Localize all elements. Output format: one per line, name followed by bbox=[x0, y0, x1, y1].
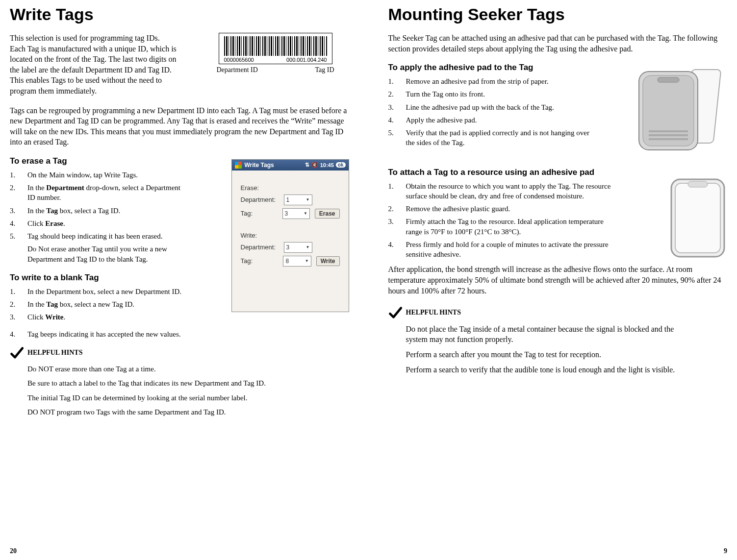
tag-field-label: Tag: bbox=[241, 257, 279, 265]
chevron-down-icon: ▼ bbox=[304, 211, 307, 216]
svg-rect-9 bbox=[688, 181, 708, 187]
check-icon bbox=[10, 346, 24, 360]
hints-title: HELPFUL HINTS bbox=[27, 349, 82, 357]
page-number: 20 bbox=[10, 547, 17, 555]
app-screenshot: Write Tags ⇅ 🔇 10:45 ok Erase: Departmen… bbox=[231, 159, 349, 312]
write-section-label: Write: bbox=[241, 232, 340, 239]
app-titlebar: Write Tags ⇅ 🔇 10:45 ok bbox=[232, 160, 349, 170]
apply-steps-list: Remove an adhesive pad from the strip of… bbox=[388, 76, 594, 148]
app-title: Write Tags bbox=[245, 162, 274, 169]
clock-label: 10:45 bbox=[320, 162, 334, 168]
page-title-write-tags: Write Tags bbox=[10, 5, 349, 24]
svg-rect-5 bbox=[649, 134, 688, 136]
svg-rect-4 bbox=[649, 130, 688, 132]
ok-button[interactable]: ok bbox=[336, 162, 346, 168]
list-item: Obtain the resource to which you want to… bbox=[388, 181, 614, 201]
hints-title: HELPFUL HINTS bbox=[406, 309, 461, 317]
list-item: Tag should beep indicating it has been e… bbox=[10, 231, 186, 264]
write-button[interactable]: Write bbox=[316, 256, 340, 266]
list-item: In the Department box, select a new Depa… bbox=[10, 287, 186, 296]
heading-write-tag: To write to a blank Tag bbox=[10, 273, 186, 283]
list-item: Turn the Tag onto its front. bbox=[388, 89, 594, 99]
svg-rect-3 bbox=[658, 77, 679, 82]
page-title-mounting: Mounting Seeker Tags bbox=[388, 5, 728, 24]
erase-department-select[interactable]: 1▼ bbox=[284, 195, 312, 205]
write-department-select[interactable]: 3▼ bbox=[284, 242, 312, 253]
barcode-label-tag: Tag ID bbox=[315, 66, 334, 74]
dept-field-label: Department: bbox=[241, 243, 279, 251]
list-item: Press firmly and hold for a couple of mi… bbox=[388, 240, 614, 260]
attach-note: After application, the bond strength wil… bbox=[388, 264, 728, 296]
dept-field-label: Department: bbox=[241, 196, 279, 203]
erase-tag-select[interactable]: 3▼ bbox=[282, 208, 310, 219]
barcode-number-right: 000.001.004.240 bbox=[286, 57, 327, 63]
hint-line: Do not place the Tag inside of a metal c… bbox=[406, 324, 681, 345]
list-item: In the Department drop-down, select a De… bbox=[10, 183, 186, 203]
list-item: Apply the adhesive pad. bbox=[388, 115, 594, 125]
barcode-figure: 0000065600 000.001.004.240 Department ID… bbox=[217, 33, 334, 74]
windows-icon bbox=[235, 162, 242, 169]
list-item: Line the adhesive pad up with the back o… bbox=[388, 102, 594, 112]
erase-section-label: Erase: bbox=[241, 184, 340, 192]
attach-steps-list: Obtain the resource to which you want to… bbox=[388, 181, 614, 260]
speaker-icon: 🔇 bbox=[311, 162, 318, 168]
erase-step-note: Do Not erase another Tag until you write… bbox=[27, 244, 186, 264]
list-item: Remove an adhesive pad from the strip of… bbox=[388, 76, 594, 86]
svg-rect-6 bbox=[649, 138, 688, 140]
list-item: Firmly attach the Tag to the resource. I… bbox=[388, 217, 614, 237]
barcode-icon bbox=[224, 36, 327, 56]
erase-button[interactable]: Erase bbox=[315, 209, 340, 219]
erase-steps-list: On the Main window, tap Write Tags. In t… bbox=[10, 170, 186, 264]
hint-line: Be sure to attach a label to the Tag tha… bbox=[27, 379, 349, 389]
list-item: Click Write. bbox=[10, 312, 349, 322]
hint-line: Perform a search to verify that the audi… bbox=[406, 365, 681, 375]
chevron-down-icon: ▼ bbox=[306, 245, 310, 249]
hint-line: DO NOT program two Tags with the same De… bbox=[27, 408, 349, 417]
write-tag-select[interactable]: 8▼ bbox=[283, 256, 311, 267]
list-item: In the Tag box, select a new Tag ID. bbox=[10, 299, 186, 309]
list-item: Tag beeps indicating it has accepted the… bbox=[10, 329, 349, 339]
tag-field-label: Tag: bbox=[241, 210, 278, 217]
check-icon bbox=[388, 306, 402, 319]
hint-line: The initial Tag ID can be determined by … bbox=[27, 393, 349, 403]
hint-line: Perform a search after you mount the Tag… bbox=[406, 350, 681, 360]
list-item: Verify that the pad is applied correctly… bbox=[388, 128, 594, 148]
intro-paragraph-2: Tags can be regrouped by programming a n… bbox=[10, 105, 349, 147]
heading-attach-tag: To attach a Tag to a resource using an a… bbox=[388, 168, 728, 177]
list-item: Remove the adhesive plastic guard. bbox=[388, 204, 614, 214]
write-steps-list-cont: Click Write. bbox=[10, 312, 349, 322]
intro-paragraph-1: This selection is used for programming t… bbox=[10, 33, 177, 97]
svg-rect-8 bbox=[675, 183, 720, 253]
page-number: 9 bbox=[724, 547, 727, 555]
tag-back-illustration bbox=[634, 67, 727, 157]
write-steps-list-cont2: Tag beeps indicating it has accepted the… bbox=[10, 329, 349, 339]
list-item: On the Main window, tap Write Tags. bbox=[10, 170, 186, 180]
list-item: In the Tag box, select a Tag ID. bbox=[10, 206, 186, 216]
list-item: Click Erase. bbox=[10, 219, 186, 228]
hint-line: Do NOT erase more than one Tag at a time… bbox=[27, 365, 349, 374]
barcode-label-dept: Department ID bbox=[217, 66, 258, 74]
signal-icon: ⇅ bbox=[305, 162, 309, 168]
mounting-intro: The Seeker Tag can be attached using an … bbox=[388, 33, 728, 54]
chevron-down-icon: ▼ bbox=[306, 197, 310, 202]
barcode-number-left: 0000065600 bbox=[224, 57, 254, 63]
write-steps-list: In the Department box, select a new Depa… bbox=[10, 287, 186, 310]
tag-front-illustration bbox=[668, 176, 727, 262]
chevron-down-icon: ▼ bbox=[305, 259, 309, 263]
